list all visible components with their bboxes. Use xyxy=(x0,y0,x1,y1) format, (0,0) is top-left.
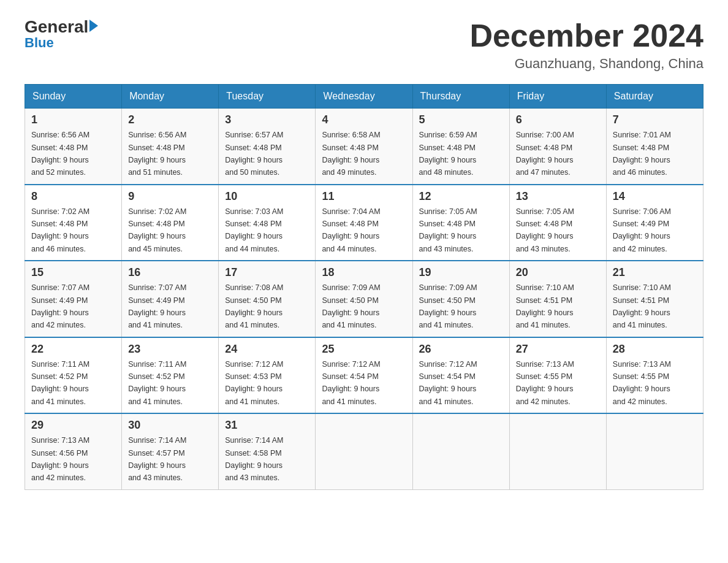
day-number: 27 xyxy=(516,343,600,356)
calendar-cell: 12 Sunrise: 7:05 AMSunset: 4:48 PMDaylig… xyxy=(412,185,509,261)
day-info: Sunrise: 7:09 AMSunset: 4:50 PMDaylight:… xyxy=(419,283,477,329)
calendar-cell: 9 Sunrise: 7:02 AMSunset: 4:48 PMDayligh… xyxy=(122,185,219,261)
day-number: 17 xyxy=(225,266,309,279)
day-number: 28 xyxy=(613,343,697,356)
day-info: Sunrise: 7:08 AMSunset: 4:50 PMDaylight:… xyxy=(225,283,283,329)
calendar-cell xyxy=(509,413,606,489)
day-info: Sunrise: 7:07 AMSunset: 4:49 PMDaylight:… xyxy=(31,283,89,329)
calendar-cell: 26 Sunrise: 7:12 AMSunset: 4:54 PMDaylig… xyxy=(412,337,509,414)
calendar-week-2: 8 Sunrise: 7:02 AMSunset: 4:48 PMDayligh… xyxy=(25,185,703,261)
calendar-cell: 2 Sunrise: 6:56 AMSunset: 4:48 PMDayligh… xyxy=(122,109,219,185)
calendar-cell xyxy=(606,413,703,489)
day-info: Sunrise: 6:56 AMSunset: 4:48 PMDaylight:… xyxy=(128,131,186,177)
day-info: Sunrise: 7:13 AMSunset: 4:56 PMDaylight:… xyxy=(31,436,89,482)
day-number: 7 xyxy=(613,113,697,126)
header-saturday: Saturday xyxy=(606,85,703,109)
calendar-week-4: 22 Sunrise: 7:11 AMSunset: 4:52 PMDaylig… xyxy=(25,337,703,414)
calendar-cell: 15 Sunrise: 7:07 AMSunset: 4:49 PMDaylig… xyxy=(25,261,122,337)
calendar-cell: 16 Sunrise: 7:07 AMSunset: 4:49 PMDaylig… xyxy=(122,261,219,337)
calendar-cell: 6 Sunrise: 7:00 AMSunset: 4:48 PMDayligh… xyxy=(509,109,606,185)
day-info: Sunrise: 7:12 AMSunset: 4:54 PMDaylight:… xyxy=(419,360,477,406)
calendar-cell: 18 Sunrise: 7:09 AMSunset: 4:50 PMDaylig… xyxy=(316,261,412,337)
day-number: 19 xyxy=(419,266,503,279)
calendar-cell: 25 Sunrise: 7:12 AMSunset: 4:54 PMDaylig… xyxy=(316,337,412,414)
calendar-cell: 11 Sunrise: 7:04 AMSunset: 4:48 PMDaylig… xyxy=(316,185,412,261)
logo-blue-label: Blue xyxy=(25,35,54,50)
day-number: 5 xyxy=(419,113,503,126)
day-info: Sunrise: 7:13 AMSunset: 4:55 PMDaylight:… xyxy=(613,360,671,406)
day-info: Sunrise: 7:11 AMSunset: 4:52 PMDaylight:… xyxy=(31,360,89,406)
logo-arrow-icon xyxy=(89,20,98,32)
calendar-cell: 17 Sunrise: 7:08 AMSunset: 4:50 PMDaylig… xyxy=(219,261,316,337)
calendar-cell: 31 Sunrise: 7:14 AMSunset: 4:58 PMDaylig… xyxy=(219,413,316,489)
day-number: 18 xyxy=(322,266,406,279)
calendar-cell: 10 Sunrise: 7:03 AMSunset: 4:48 PMDaylig… xyxy=(219,185,316,261)
day-info: Sunrise: 7:14 AMSunset: 4:57 PMDaylight:… xyxy=(128,436,186,482)
day-number: 25 xyxy=(322,343,406,356)
day-number: 10 xyxy=(225,190,309,203)
day-info: Sunrise: 7:04 AMSunset: 4:48 PMDaylight:… xyxy=(322,207,380,253)
calendar-cell: 8 Sunrise: 7:02 AMSunset: 4:48 PMDayligh… xyxy=(25,185,122,261)
day-info: Sunrise: 7:00 AMSunset: 4:48 PMDaylight:… xyxy=(516,131,574,177)
day-info: Sunrise: 7:10 AMSunset: 4:51 PMDaylight:… xyxy=(516,283,574,329)
page-header: General Blue December 2024 Guanzhuang, S… xyxy=(25,18,703,72)
calendar-cell: 21 Sunrise: 7:10 AMSunset: 4:51 PMDaylig… xyxy=(606,261,703,337)
day-info: Sunrise: 7:06 AMSunset: 4:49 PMDaylight:… xyxy=(613,207,671,253)
calendar-cell: 28 Sunrise: 7:13 AMSunset: 4:55 PMDaylig… xyxy=(606,337,703,414)
calendar-cell: 27 Sunrise: 7:13 AMSunset: 4:55 PMDaylig… xyxy=(509,337,606,414)
day-number: 15 xyxy=(31,266,115,279)
calendar-cell: 5 Sunrise: 6:59 AMSunset: 4:48 PMDayligh… xyxy=(412,109,509,185)
day-number: 1 xyxy=(31,113,115,126)
header-sunday: Sunday xyxy=(25,85,122,109)
day-number: 21 xyxy=(613,266,697,279)
calendar-cell xyxy=(316,413,412,489)
day-number: 31 xyxy=(225,419,309,432)
logo: General Blue xyxy=(25,18,98,50)
header-tuesday: Tuesday xyxy=(219,85,316,109)
logo-general-text: General xyxy=(25,18,88,36)
day-number: 24 xyxy=(225,343,309,356)
header-friday: Friday xyxy=(509,85,606,109)
day-info: Sunrise: 6:59 AMSunset: 4:48 PMDaylight:… xyxy=(419,131,477,177)
calendar-week-1: 1 Sunrise: 6:56 AMSunset: 4:48 PMDayligh… xyxy=(25,109,703,185)
calendar-cell: 22 Sunrise: 7:11 AMSunset: 4:52 PMDaylig… xyxy=(25,337,122,414)
calendar-cell: 24 Sunrise: 7:12 AMSunset: 4:53 PMDaylig… xyxy=(219,337,316,414)
calendar-cell: 20 Sunrise: 7:10 AMSunset: 4:51 PMDaylig… xyxy=(509,261,606,337)
day-info: Sunrise: 7:12 AMSunset: 4:54 PMDaylight:… xyxy=(322,360,380,406)
day-number: 20 xyxy=(516,266,600,279)
calendar-cell: 7 Sunrise: 7:01 AMSunset: 4:48 PMDayligh… xyxy=(606,109,703,185)
day-number: 11 xyxy=(322,190,406,203)
calendar-header-row: Sunday Monday Tuesday Wednesday Thursday… xyxy=(25,85,703,109)
day-number: 9 xyxy=(128,190,212,203)
day-number: 6 xyxy=(516,113,600,126)
header-wednesday: Wednesday xyxy=(316,85,412,109)
day-number: 2 xyxy=(128,113,212,126)
calendar-title: December 2024 xyxy=(469,18,703,53)
day-info: Sunrise: 7:05 AMSunset: 4:48 PMDaylight:… xyxy=(516,207,574,253)
header-monday: Monday xyxy=(122,85,219,109)
day-info: Sunrise: 7:09 AMSunset: 4:50 PMDaylight:… xyxy=(322,283,380,329)
day-info: Sunrise: 7:10 AMSunset: 4:51 PMDaylight:… xyxy=(613,283,671,329)
calendar-cell: 19 Sunrise: 7:09 AMSunset: 4:50 PMDaylig… xyxy=(412,261,509,337)
day-number: 29 xyxy=(31,419,115,432)
calendar-cell: 29 Sunrise: 7:13 AMSunset: 4:56 PMDaylig… xyxy=(25,413,122,489)
day-info: Sunrise: 7:03 AMSunset: 4:48 PMDaylight:… xyxy=(225,207,283,253)
header-thursday: Thursday xyxy=(412,85,509,109)
day-info: Sunrise: 7:11 AMSunset: 4:52 PMDaylight:… xyxy=(128,360,186,406)
day-info: Sunrise: 7:07 AMSunset: 4:49 PMDaylight:… xyxy=(128,283,186,329)
day-info: Sunrise: 7:05 AMSunset: 4:48 PMDaylight:… xyxy=(419,207,477,253)
day-info: Sunrise: 6:58 AMSunset: 4:48 PMDaylight:… xyxy=(322,131,380,177)
day-number: 16 xyxy=(128,266,212,279)
calendar-cell: 23 Sunrise: 7:11 AMSunset: 4:52 PMDaylig… xyxy=(122,337,219,414)
day-number: 12 xyxy=(419,190,503,203)
calendar-cell: 13 Sunrise: 7:05 AMSunset: 4:48 PMDaylig… xyxy=(509,185,606,261)
calendar-week-5: 29 Sunrise: 7:13 AMSunset: 4:56 PMDaylig… xyxy=(25,413,703,489)
calendar-cell xyxy=(412,413,509,489)
day-number: 14 xyxy=(613,190,697,203)
calendar-cell: 3 Sunrise: 6:57 AMSunset: 4:48 PMDayligh… xyxy=(219,109,316,185)
calendar-location: Guanzhuang, Shandong, China xyxy=(469,56,703,72)
day-info: Sunrise: 6:57 AMSunset: 4:48 PMDaylight:… xyxy=(225,131,283,177)
day-number: 8 xyxy=(31,190,115,203)
calendar-table: Sunday Monday Tuesday Wednesday Thursday… xyxy=(25,84,703,490)
day-info: Sunrise: 7:14 AMSunset: 4:58 PMDaylight:… xyxy=(225,436,283,482)
